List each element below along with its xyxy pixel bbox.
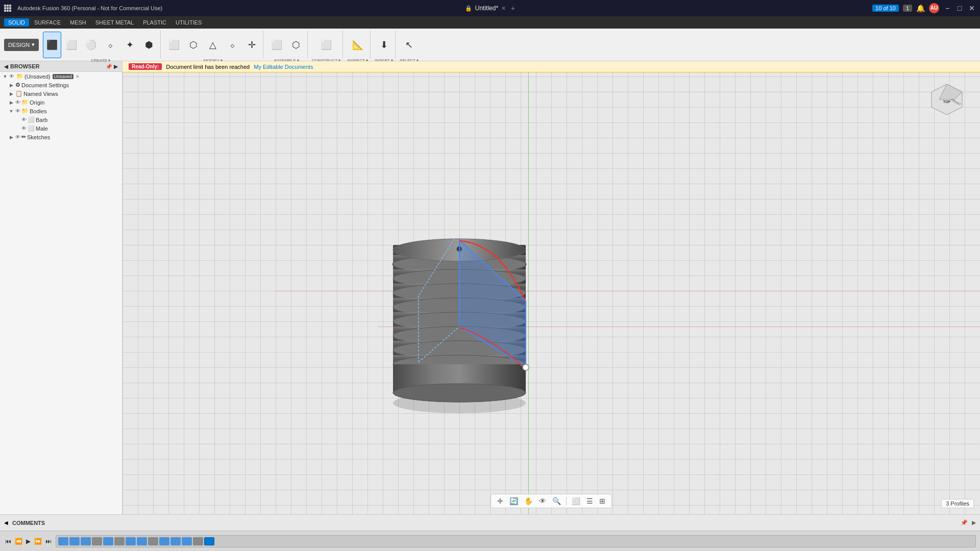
- tree-item-male[interactable]: 👁 ⬜ Male: [0, 124, 122, 133]
- browser-collapse-arrow[interactable]: ◀: [4, 64, 8, 69]
- design-label: DESIGN: [8, 42, 30, 48]
- tl-item-3[interactable]: [81, 537, 91, 545]
- tool-joint[interactable]: ⬜: [267, 32, 286, 58]
- tool-loft[interactable]: ✦: [120, 32, 139, 58]
- timeline-controls: ⏮ ⏪ ▶ ⏩ ⏭: [4, 537, 53, 546]
- comments-collapse-arrow[interactable]: ◀: [4, 520, 8, 525]
- lock-icon: 🔒: [465, 5, 472, 12]
- viewcube[interactable]: TOP FRONT: [929, 82, 970, 122]
- minimize-button[interactable]: −: [943, 4, 951, 12]
- inspect-group: 📐 INSPECT▾: [345, 31, 371, 59]
- tab-sheet-metal[interactable]: SHEET METAL: [91, 18, 138, 27]
- timeline-back-to-start[interactable]: ⏮: [4, 537, 12, 546]
- comments-pin-icon[interactable]: 📌: [961, 519, 968, 526]
- tl-item-9[interactable]: [148, 537, 158, 545]
- maximize-button[interactable]: □: [955, 4, 964, 12]
- timeline-prev[interactable]: ⏪: [14, 537, 23, 546]
- tool-press-pull[interactable]: ⬜: [165, 32, 183, 58]
- tl-item-6[interactable]: [114, 537, 125, 545]
- tl-item-2[interactable]: [69, 537, 80, 545]
- tl-item-5[interactable]: [103, 537, 113, 545]
- app-grid-icon[interactable]: [4, 5, 11, 12]
- draft-icon: ✛: [248, 40, 256, 49]
- create-group: ⬛ ⬜ ⚪ ⬦ ✦ ⬢ CREATE▾: [41, 31, 161, 59]
- tab-plastic[interactable]: PLASTIC: [139, 18, 170, 27]
- tool-sweep[interactable]: ⬦: [101, 32, 119, 58]
- tree-item-bodies[interactable]: ▼ 👁 📁 Bodies: [0, 107, 122, 115]
- tool-select[interactable]: ↖: [400, 32, 419, 58]
- tree-item-doc-settings[interactable]: ▶ ⚙ Document Settings: [0, 81, 122, 89]
- tl-item-12[interactable]: [182, 537, 192, 545]
- timeline-play[interactable]: ▶: [25, 537, 32, 546]
- tab-utilities[interactable]: UTILITIES: [172, 18, 206, 27]
- nav-orbit-button[interactable]: 🔄: [507, 496, 520, 506]
- tree-item-named-views[interactable]: ▶ 📋 Named Views: [0, 89, 122, 98]
- nav-cursor-button[interactable]: ✛: [495, 496, 505, 506]
- expand-icon-sketches: ▶: [8, 135, 14, 140]
- tool-fillet[interactable]: ⬡: [184, 32, 203, 58]
- comments-expand-icon[interactable]: ▶: [972, 519, 976, 526]
- tl-item-1[interactable]: [58, 537, 68, 545]
- notification-bell-icon[interactable]: 🔔: [916, 4, 925, 12]
- tl-item-4[interactable]: [92, 537, 102, 545]
- timeline-track[interactable]: [56, 535, 976, 547]
- close-tab-icon[interactable]: ✕: [501, 5, 506, 12]
- tool-draft[interactable]: ✛: [242, 32, 261, 58]
- close-button[interactable]: ✕: [968, 4, 976, 12]
- tab-solid[interactable]: SOLID: [4, 18, 29, 27]
- tree-item-sketches[interactable]: ▶ 👁 ✏ Sketches: [0, 133, 122, 141]
- dropdown-chevron: ▾: [32, 41, 35, 48]
- tab-surface[interactable]: SURFACE: [30, 18, 65, 27]
- timeline-end[interactable]: ⏭: [44, 537, 53, 546]
- tool-revolve[interactable]: ⚪: [82, 32, 100, 58]
- readonly-badge: Read-Only:: [129, 63, 162, 70]
- viewcube-inner[interactable]: TOP FRONT: [929, 82, 965, 117]
- tool-extrude[interactable]: ⬜: [62, 32, 81, 58]
- tl-item-13[interactable]: [193, 537, 203, 545]
- browser-expand-icon[interactable]: ▶: [114, 64, 118, 69]
- user-avatar[interactable]: AU: [929, 3, 939, 13]
- timeline-next[interactable]: ⏩: [33, 537, 43, 546]
- tool-shell[interactable]: ⬦: [223, 32, 241, 58]
- nav-zoom-button[interactable]: 🔍: [550, 496, 563, 506]
- nav-fit-button[interactable]: ⬜: [570, 496, 582, 506]
- tool-hole[interactable]: ⬢: [140, 32, 158, 58]
- tree-item-unsaved[interactable]: ▼ 👁 📁 (Unsaved) Unsaved ✕: [0, 72, 122, 81]
- browser-pin-icon[interactable]: 📌: [106, 64, 112, 69]
- tool-construct-plane[interactable]: ⬜: [317, 32, 335, 58]
- nav-look-button[interactable]: 👁: [537, 496, 548, 506]
- tool-insert[interactable]: ⬇: [375, 32, 393, 58]
- folder-icon-sketches: ✏: [21, 134, 26, 140]
- tool-chamfer[interactable]: △: [204, 32, 222, 58]
- folder-icon-bodies: 📁: [21, 108, 29, 114]
- editable-docs-link[interactable]: My Editable Documents: [254, 64, 313, 70]
- doc-settings-label: Document Settings: [21, 82, 69, 88]
- workspace-tabs: SOLID SURFACE MESH SHEET METAL PLASTIC U…: [0, 16, 980, 29]
- tab-mesh[interactable]: MESH: [66, 18, 90, 27]
- notification-bell-badge[interactable]: 1: [903, 5, 912, 12]
- nav-display-button[interactable]: ☰: [584, 496, 595, 506]
- tl-item-8[interactable]: [137, 537, 147, 545]
- design-dropdown[interactable]: DESIGN ▾: [4, 39, 39, 51]
- expand-icon-doc-settings: ▶: [8, 83, 14, 88]
- tl-item-7[interactable]: [126, 537, 136, 545]
- tree-item-origin[interactable]: ▶ 👁 📁 Origin: [0, 98, 122, 107]
- nav-grid-button[interactable]: ⊞: [597, 496, 607, 506]
- tl-item-11[interactable]: [170, 537, 181, 545]
- tl-item-10[interactable]: [159, 537, 169, 545]
- tool-measure[interactable]: 📐: [349, 32, 367, 58]
- add-tab-button[interactable]: +: [511, 4, 515, 12]
- insert-group: ⬇ INSERT▾: [373, 31, 396, 59]
- viewport[interactable]: Read-Only: Document limit has been reach…: [122, 61, 980, 514]
- measure-icon: 📐: [352, 40, 363, 49]
- tl-item-14[interactable]: [204, 537, 214, 545]
- tree-item-barb[interactable]: 👁 ⬜ Barb: [0, 115, 122, 124]
- tool-new-component[interactable]: ⬛: [43, 32, 61, 58]
- app-name-label: Autodesk Fusion 360 (Personal - Not for …: [17, 5, 162, 11]
- close-unsaved-icon[interactable]: ✕: [76, 74, 80, 79]
- nav-pan-button[interactable]: ✋: [522, 496, 535, 506]
- male-label: Male: [36, 126, 48, 132]
- press-pull-icon: ⬜: [168, 40, 180, 49]
- tool-as-built[interactable]: ⬡: [287, 32, 305, 58]
- eye-icon-origin: 👁: [15, 99, 20, 105]
